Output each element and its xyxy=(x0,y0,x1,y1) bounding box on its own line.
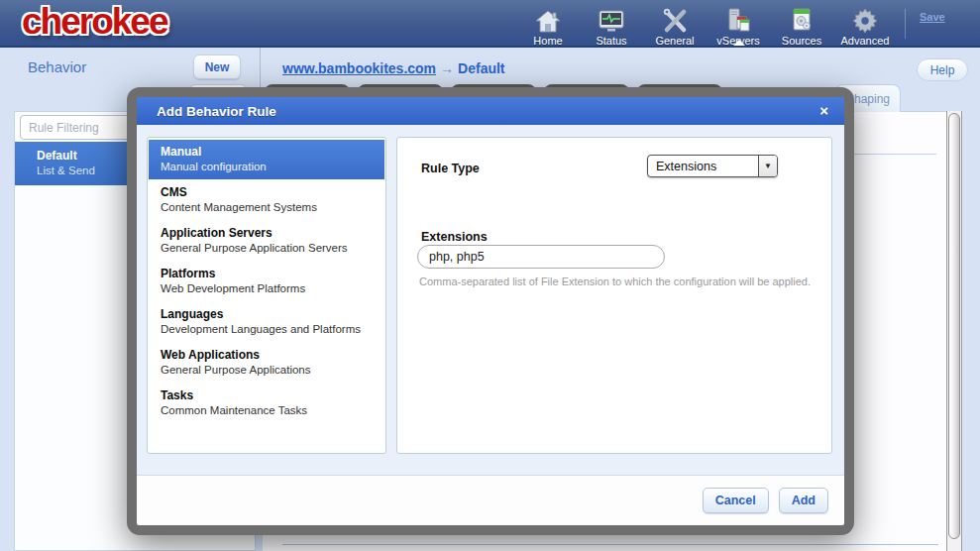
cherokee-logo: cherokee xyxy=(22,1,167,43)
rule-type-selected-value: Extensions xyxy=(648,160,758,173)
help-button[interactable]: Help xyxy=(917,58,968,81)
rule-config-panel: Rule Type Extensions ▼ Extensions Comma-… xyxy=(396,137,832,454)
gear-icon xyxy=(852,8,878,35)
cancel-button[interactable]: Cancel xyxy=(703,488,769,513)
main-navigation: Home Status xyxy=(516,3,897,47)
nav-item-general[interactable]: General xyxy=(643,3,707,47)
nav-label: Sources xyxy=(782,35,821,47)
content-bottom-line xyxy=(282,544,938,545)
save-link[interactable]: Save xyxy=(920,11,945,23)
category-title: Web Applications xyxy=(161,348,373,363)
breadcrumb: www.bambookites.com→Default xyxy=(282,60,505,76)
dialog-title: Add Behavior Rule xyxy=(137,104,276,119)
nav-item-home[interactable]: Home xyxy=(516,3,580,47)
add-behavior-rule-dialog: Add Behavior Rule × Manual Manual config… xyxy=(127,87,854,535)
breadcrumb-page: Default xyxy=(458,60,504,76)
rule-type-select[interactable]: Extensions ▼ xyxy=(647,155,778,177)
category-desc: Content Management Systems xyxy=(161,200,373,214)
category-desc: Common Maintenance Tasks xyxy=(161,403,373,417)
nav-label: Home xyxy=(533,35,562,47)
extensions-input[interactable] xyxy=(417,245,665,269)
nav-label: Status xyxy=(596,35,626,47)
category-item-manual[interactable]: Manual Manual configuration xyxy=(149,140,384,179)
breadcrumb-site-link[interactable]: www.bambookites.com xyxy=(282,60,436,76)
category-desc: Manual configuration xyxy=(161,160,373,173)
new-rule-button[interactable]: New xyxy=(193,55,241,79)
category-desc: Development Languages and Platforms xyxy=(161,322,373,336)
category-title: CMS xyxy=(161,185,373,200)
category-item-languages[interactable]: Languages Development Languages and Plat… xyxy=(149,302,384,342)
vertical-scrollbar-thumb[interactable] xyxy=(948,113,960,539)
rule-type-label: Rule Type xyxy=(421,162,480,175)
category-item-cms[interactable]: CMS Content Management Systems xyxy=(149,180,384,220)
category-title: Manual xyxy=(161,145,373,160)
breadcrumb-arrow: → xyxy=(436,60,458,76)
nav-item-status[interactable]: Status xyxy=(580,3,643,47)
add-button[interactable]: Add xyxy=(779,488,828,513)
category-item-tasks[interactable]: Tasks Common Maintenance Tasks xyxy=(149,384,384,423)
extensions-label: Extensions xyxy=(421,230,488,244)
category-title: Languages xyxy=(161,307,373,322)
category-desc: General Purpose Applications xyxy=(161,363,373,377)
sidebar-title: Behavior xyxy=(28,58,86,75)
active-section-pointer xyxy=(733,40,745,46)
home-icon xyxy=(535,8,561,35)
category-item-application-servers[interactable]: Application Servers General Purpose Appl… xyxy=(149,221,384,261)
vservers-icon xyxy=(725,8,751,35)
close-icon[interactable]: × xyxy=(819,101,828,121)
rule-category-list: Manual Manual configuration CMS Content … xyxy=(147,137,386,454)
nav-label: General xyxy=(655,35,694,47)
nav-item-sources[interactable]: Sources xyxy=(770,3,833,47)
top-header-bar: cherokee Home xyxy=(0,0,980,48)
category-title: Platforms xyxy=(161,267,373,281)
dialog-footer: Cancel Add xyxy=(137,475,844,525)
status-icon xyxy=(599,8,624,35)
category-desc: Web Development Platforms xyxy=(161,281,373,295)
category-desc: General Purpose Application Servers xyxy=(161,241,373,255)
chevron-down-icon: ▼ xyxy=(758,156,777,176)
category-title: Tasks xyxy=(161,388,373,403)
sources-icon xyxy=(789,8,815,35)
category-title: Application Servers xyxy=(161,226,373,241)
cherokee-admin-window: cherokee Home xyxy=(0,0,980,551)
dialog-titlebar: Add Behavior Rule × xyxy=(137,97,844,125)
header-divider xyxy=(905,9,906,39)
dialog-body: Manual Manual configuration CMS Content … xyxy=(137,125,844,475)
nav-item-advanced[interactable]: Advanced xyxy=(833,3,897,47)
extensions-help-text: Comma-separated list of File Extension t… xyxy=(419,276,825,287)
tools-icon xyxy=(662,8,688,35)
nav-label: Advanced xyxy=(841,35,890,47)
category-item-web-applications[interactable]: Web Applications General Purpose Applica… xyxy=(149,343,384,383)
category-item-platforms[interactable]: Platforms Web Development Platforms xyxy=(149,262,384,301)
